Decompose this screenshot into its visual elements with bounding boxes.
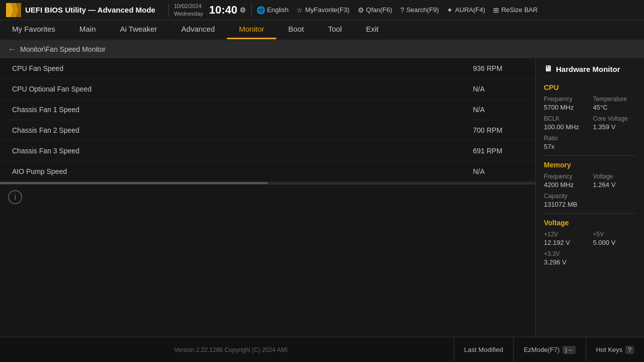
nav-my-favorites[interactable]: My Favorites	[0, 20, 67, 39]
aura-icon: ✦	[447, 6, 453, 14]
ez-mode-button[interactable]: EzMode(F7) |→	[513, 337, 586, 362]
fan-value: 936 RPM	[473, 64, 523, 72]
cpu-memory-divider	[544, 155, 636, 156]
myfavorite-tool[interactable]: ☆ MyFavorite(F3)	[296, 6, 349, 14]
fan-value: N/A	[473, 85, 523, 93]
time-display: 10:40 ⚙	[209, 4, 246, 17]
fan-row[interactable]: CPU Fan Speed 936 RPM	[0, 58, 535, 79]
cpu-temperature: Temperature 45°C	[593, 96, 636, 111]
nav-boot[interactable]: Boot	[276, 20, 316, 39]
fan-value: N/A	[473, 167, 523, 175]
hot-keys-icon: ?	[625, 346, 634, 354]
info-bar: i	[0, 184, 535, 209]
mem-freq-voltage-row: Frequency 4200 MHz Voltage 1.264 V	[544, 173, 636, 189]
breadcrumb-text: Monitor\Fan Speed Monitor	[20, 45, 106, 53]
header-title: UEFI BIOS Utility — Advanced Mode	[25, 6, 155, 14]
settings-icon[interactable]: ⚙	[239, 6, 246, 14]
fan-value: 691 RPM	[473, 147, 523, 155]
datetime: 10/02/2024 Wednesday	[174, 3, 203, 17]
fan-speed-list: CPU Fan Speed 936 RPM CPU Optional Fan S…	[0, 58, 535, 182]
cpu-frequency: Frequency 5700 MHz	[544, 96, 587, 111]
fan-row[interactable]: Chassis Fan 1 Speed N/A	[0, 100, 535, 120]
fan-row[interactable]: CPU Optional Fan Speed N/A	[0, 79, 535, 100]
mem-capacity-row: Capacity 131072 MB	[544, 193, 636, 208]
volt-12-5-row: +12V 12.192 V +5V 5.000 V	[544, 231, 636, 246]
breadcrumb: ← Monitor\Fan Speed Monitor	[0, 40, 644, 58]
language-tool[interactable]: 🌐 English	[257, 6, 289, 14]
bar-icon: ⊞	[493, 6, 499, 14]
resizebar-tool[interactable]: ⊞ ReSize BAR	[493, 6, 537, 14]
day-display: Wednesday	[174, 10, 203, 17]
cpu-ratio: Ratio 57x	[544, 135, 636, 150]
fan-row[interactable]: Chassis Fan 3 Speed 691 RPM	[0, 141, 535, 161]
star-icon: ☆	[296, 6, 303, 14]
volt-12v: +12V 12.192 V	[544, 231, 587, 246]
globe-icon: 🌐	[257, 6, 265, 14]
cpu-section-title: CPU	[544, 83, 636, 92]
logo: UEFI BIOS Utility — Advanced Mode	[6, 3, 155, 17]
hardware-monitor-panel: 🖥 Hardware Monitor CPU Frequency 5700 MH…	[536, 58, 644, 337]
header-tools: 🌐 English ☆ MyFavorite(F3) ⚙ Qfan(F6) ? …	[257, 6, 638, 14]
header: UEFI BIOS Utility — Advanced Mode 10/02/…	[0, 0, 644, 20]
date-display: 10/02/2024	[174, 3, 203, 10]
search-icon: ?	[400, 6, 405, 14]
fan-row[interactable]: Chassis Fan 2 Speed 700 RPM	[0, 120, 535, 141]
copyright-text: Version 2.22.1286 Copyright (C) 2024 AMI	[0, 346, 454, 353]
ez-mode-icon: |→	[562, 346, 575, 354]
fan-icon: ⚙	[358, 6, 364, 14]
fan-row[interactable]: AIO Pump Speed N/A	[0, 161, 535, 182]
volt-5v: +5V 5.000 V	[593, 231, 636, 246]
nav-advanced[interactable]: Advanced	[169, 20, 227, 39]
cpu-core-voltage: Core Voltage 1.359 V	[593, 115, 636, 131]
fan-label: CPU Fan Speed	[12, 64, 473, 72]
header-divider-2	[251, 3, 252, 17]
cpu-bclk-voltage-row: BCLK 100.00 MHz Core Voltage 1.359 V	[544, 115, 636, 131]
hardware-monitor-title: 🖥 Hardware Monitor	[544, 64, 636, 76]
fan-label: Chassis Fan 2 Speed	[12, 126, 473, 134]
mem-frequency: Frequency 4200 MHz	[544, 173, 587, 189]
qfan-tool[interactable]: ⚙ Qfan(F6)	[358, 6, 392, 14]
memory-section-title: Memory	[544, 161, 636, 169]
fan-value: N/A	[473, 106, 523, 114]
voltage-section-title: Voltage	[544, 219, 636, 227]
nav-bar: My Favorites Main Ai Tweaker Advanced Mo…	[0, 20, 644, 40]
cpu-freq-temp-row: Frequency 5700 MHz Temperature 45°C	[544, 96, 636, 111]
content-wrapper: CPU Fan Speed 936 RPM CPU Optional Fan S…	[0, 58, 644, 337]
mem-capacity: Capacity 131072 MB	[544, 193, 636, 208]
volt-33v: +3.3V 3.296 V	[544, 250, 636, 266]
volt-33-row: +3.3V 3.296 V	[544, 250, 636, 266]
footer-buttons: Last Modified EzMode(F7) |→ Hot Keys ?	[454, 337, 644, 362]
mem-voltage: Voltage 1.264 V	[593, 173, 636, 189]
nav-main[interactable]: Main	[67, 20, 108, 39]
memory-voltage-divider	[544, 213, 636, 214]
fan-label: Chassis Fan 3 Speed	[12, 147, 473, 155]
cpu-ratio-row: Ratio 57x	[544, 135, 636, 150]
scroll-indicator	[0, 182, 535, 184]
back-arrow-icon[interactable]: ←	[8, 45, 16, 54]
nav-exit[interactable]: Exit	[354, 20, 390, 39]
nav-monitor[interactable]: Monitor	[227, 20, 276, 39]
nav-ai-tweaker[interactable]: Ai Tweaker	[108, 20, 169, 39]
search-tool[interactable]: ? Search(F9)	[400, 6, 439, 14]
fan-label: AIO Pump Speed	[12, 167, 473, 175]
aura-tool[interactable]: ✦ AURA(F4)	[447, 6, 485, 14]
left-panel: CPU Fan Speed 936 RPM CPU Optional Fan S…	[0, 58, 536, 337]
hot-keys-button[interactable]: Hot Keys ?	[586, 337, 644, 362]
fan-label: Chassis Fan 1 Speed	[12, 106, 473, 114]
last-modified-button[interactable]: Last Modified	[454, 337, 513, 362]
asus-logo-icon	[6, 3, 21, 17]
footer: Version 2.22.1286 Copyright (C) 2024 AMI…	[0, 337, 644, 362]
fan-value: 700 RPM	[473, 126, 523, 134]
cpu-bclk: BCLK 100.00 MHz	[544, 115, 587, 131]
info-button[interactable]: i	[8, 190, 22, 204]
scroll-thumb[interactable]	[0, 182, 268, 184]
monitor-icon: 🖥	[544, 64, 552, 73]
header-divider-1	[169, 3, 169, 17]
fan-label: CPU Optional Fan Speed	[12, 85, 473, 93]
nav-tool[interactable]: Tool	[316, 20, 354, 39]
